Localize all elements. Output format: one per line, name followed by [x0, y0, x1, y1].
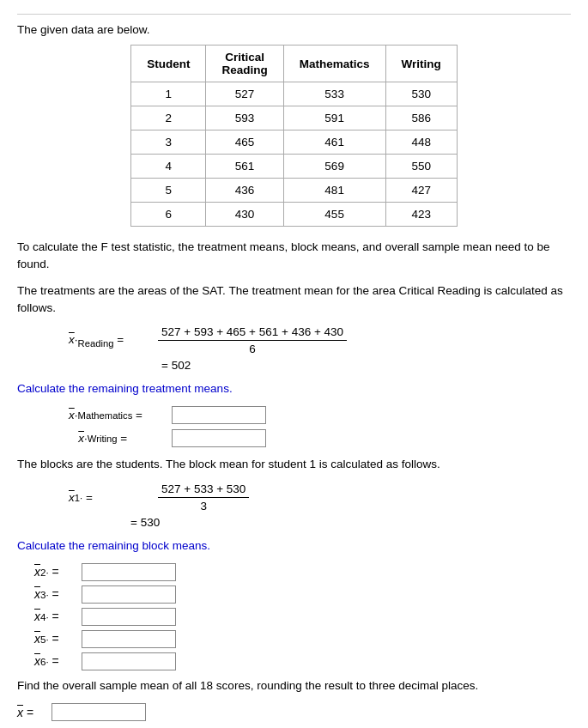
block5-label: x5· = — [34, 632, 82, 646]
cell-critical: 430 — [206, 203, 283, 227]
cell-student: 2 — [131, 106, 206, 130]
table-row: 2593591586 — [131, 106, 458, 130]
block4-label: x4· = — [34, 610, 82, 623]
paragraph2: The treatments are the areas of the SAT.… — [17, 282, 571, 318]
table-row: 4561569550 — [131, 155, 458, 179]
table-row: 5436481427 — [131, 179, 458, 203]
reading-result: = 502 — [161, 359, 571, 372]
intro-text: The given data are below. — [17, 23, 571, 36]
writing-mean-label: x·Writing = — [69, 432, 172, 445]
overall-mean-label: x = — [17, 706, 52, 719]
block6-input[interactable] — [82, 652, 176, 670]
block5-row: x5· = — [34, 630, 571, 648]
cell-math: 455 — [283, 203, 385, 227]
cell-math: 569 — [283, 155, 385, 179]
reading-label: x·Reading = — [69, 333, 155, 349]
paragraph1: To calculate the F test statistic, the t… — [17, 239, 571, 274]
formula-reading: x·Reading = 527 + 593 + 465 + 561 + 436 … — [69, 325, 571, 372]
table-row: 3465461448 — [131, 130, 458, 155]
cell-writing: 427 — [385, 179, 457, 203]
cell-student: 4 — [131, 155, 206, 179]
formula-block1: x1· = 527 + 533 + 530 3 = 530 — [69, 482, 571, 529]
cell-math: 481 — [283, 179, 385, 203]
cell-student: 3 — [131, 130, 206, 155]
paragraph3: The blocks are the students. The block m… — [17, 456, 571, 473]
calc-treatment-label: Calculate the remaining treatment means. — [17, 380, 571, 397]
math-mean-row: x·Mathematics = — [69, 406, 571, 424]
math-mean-input[interactable] — [172, 406, 266, 424]
cell-writing: 586 — [385, 106, 457, 130]
col-student: Student — [131, 46, 206, 82]
cell-critical: 593 — [206, 106, 283, 130]
table-row: 6430455423 — [131, 203, 458, 227]
block1-label: x1· = — [69, 491, 155, 504]
cell-math: 533 — [283, 82, 385, 106]
cell-writing: 550 — [385, 155, 457, 179]
cell-math: 591 — [283, 106, 385, 130]
overall-mean-input[interactable] — [52, 703, 146, 721]
col-critical: CriticalReading — [206, 46, 283, 82]
block4-row: x4· = — [34, 608, 571, 626]
overall-mean-row: x = — [17, 703, 571, 721]
block5-input[interactable] — [82, 630, 176, 648]
block1-result: = 530 — [130, 516, 571, 529]
writing-mean-row: x·Writing = — [69, 429, 571, 447]
block4-input[interactable] — [82, 608, 176, 626]
treatment-inputs: x·Mathematics = x·Writing = — [69, 406, 571, 447]
block1-fraction: 527 + 533 + 530 3 — [158, 482, 249, 513]
block-inputs-container: x2· = x3· = x4· = x5· = x6· = — [34, 563, 571, 670]
cell-student: 1 — [131, 82, 206, 106]
cell-critical: 465 — [206, 130, 283, 155]
cell-writing: 530 — [385, 82, 457, 106]
block3-input[interactable] — [82, 585, 176, 604]
block3-row: x3· = — [34, 585, 571, 604]
col-math: Mathematics — [283, 46, 385, 82]
writing-mean-input[interactable] — [172, 429, 266, 447]
block6-row: x6· = — [34, 652, 571, 670]
col-writing: Writing — [385, 46, 457, 82]
cell-math: 461 — [283, 130, 385, 155]
overall-label: Find the overall sample mean of all 18 s… — [17, 677, 571, 695]
cell-student: 5 — [131, 179, 206, 203]
block3-label: x3· = — [34, 587, 82, 601]
table-row: 1527533530 — [131, 82, 458, 106]
cell-writing: 423 — [385, 203, 457, 227]
block2-label: x2· = — [34, 565, 82, 579]
cell-student: 6 — [131, 203, 206, 227]
calc-block-label: Calculate the remaining block means. — [17, 537, 571, 555]
cell-writing: 448 — [385, 130, 457, 155]
reading-fraction: 527 + 593 + 465 + 561 + 436 + 430 6 — [158, 325, 347, 355]
cell-critical: 561 — [206, 155, 283, 179]
block2-row: x2· = — [34, 563, 571, 581]
data-table: Student CriticalReading Mathematics Writ… — [130, 45, 458, 227]
block6-label: x6· = — [34, 654, 82, 668]
cell-critical: 436 — [206, 179, 283, 203]
math-mean-label: x·Mathematics = — [69, 409, 172, 422]
block2-input[interactable] — [82, 563, 176, 581]
cell-critical: 527 — [206, 82, 283, 106]
